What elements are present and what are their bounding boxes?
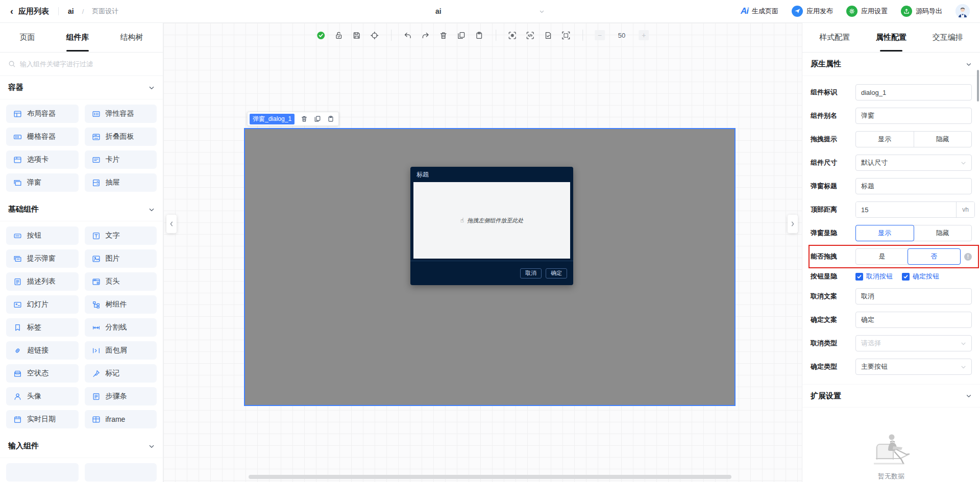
segmented-option[interactable]: 显示: [855, 225, 914, 241]
sidebar-tab-0[interactable]: 页面: [19, 23, 36, 52]
toolbar-divider: [582, 30, 583, 41]
component-item-text[interactable]: 文字: [85, 226, 157, 245]
selection-copy-button[interactable]: [313, 115, 321, 123]
component-item-carousel[interactable]: 幻灯片: [6, 295, 79, 314]
component-item-card[interactable]: 卡片: [85, 150, 157, 169]
toolbar-redo-button[interactable]: [421, 31, 430, 40]
inspector-tab-0[interactable]: 样式配置: [818, 23, 851, 52]
toolbar-unlock-button[interactable]: [334, 31, 344, 40]
component-item-layout-container[interactable]: 布局容器: [6, 105, 79, 123]
search-input[interactable]: [20, 60, 155, 68]
component-item-live-date[interactable]: 实时日期: [6, 410, 79, 428]
field-input[interactable]: [855, 312, 972, 328]
component-item-drawer[interactable]: 抽屉: [85, 173, 157, 192]
component-item-clipped[interactable]: [6, 463, 79, 481]
field-segmented: 显示隐藏: [855, 225, 972, 241]
component-item-page-header[interactable]: 页头: [85, 272, 157, 291]
field-input[interactable]: [855, 108, 972, 124]
zoom-out-button[interactable]: −: [595, 30, 605, 40]
component-item-flex-container[interactable]: 弹性容器: [85, 105, 157, 123]
native-props-section-header[interactable]: 原生属性: [802, 53, 980, 76]
dialog-drop-zone[interactable]: ☝ 拖拽左侧组件放至此处: [413, 182, 570, 259]
component-item-divider-line[interactable]: 分割线: [85, 318, 157, 337]
field-select[interactable]: 主要按钮: [855, 359, 972, 375]
collapse-left-handle[interactable]: [166, 215, 177, 233]
field-input[interactable]: [856, 202, 956, 217]
toolbar-doc-check-button[interactable]: [544, 31, 553, 40]
user-avatar[interactable]: [955, 4, 970, 18]
field-input[interactable]: [855, 178, 972, 194]
back-chevron-icon[interactable]: ‹: [10, 7, 13, 16]
component-item-clipped[interactable]: [85, 463, 157, 481]
inspector-tab-2[interactable]: 交互编排: [932, 23, 964, 52]
field-input[interactable]: [855, 288, 972, 305]
component-item-tabs-card[interactable]: 选项卡: [6, 150, 79, 169]
component-item-dialog[interactable]: 弹窗: [6, 173, 79, 192]
dialog-confirm-button[interactable]: 确定: [546, 268, 567, 278]
segmented-option[interactable]: 隐藏: [914, 132, 972, 147]
toolbar-paste-button[interactable]: [475, 31, 484, 40]
component-item-label: 图片: [106, 254, 120, 263]
info-icon[interactable]: !: [964, 253, 972, 261]
toolbar-undo-button[interactable]: [403, 31, 412, 40]
component-item-avatar[interactable]: 头像: [6, 387, 79, 405]
dialog-preview[interactable]: 标题 ☝ 拖拽左侧组件放至此处 取消 确定: [410, 167, 573, 285]
segmented-option[interactable]: 是: [856, 249, 908, 264]
field-select[interactable]: 请选择: [855, 335, 972, 351]
vertical-scrollbar-thumb[interactable]: [977, 70, 979, 102]
toolbar-copy-button[interactable]: [457, 31, 466, 40]
component-item-image[interactable]: 图片: [85, 249, 157, 268]
sidebar-section-header[interactable]: 基础组件: [0, 198, 163, 221]
toolbar-artboard-button[interactable]: [561, 31, 571, 40]
toolbar-status-check-button[interactable]: [316, 31, 326, 40]
design-canvas[interactable]: −50+ 标题 ☝ 拖拽左侧组件放至此处 取消 确定 弹窗_dialog_1: [163, 23, 802, 482]
sidebar-section-header[interactable]: 容器: [0, 76, 163, 99]
toolbar-save-button[interactable]: [352, 31, 361, 40]
page-select[interactable]: ai: [421, 7, 559, 15]
checkbox-item[interactable]: 确定按钮: [902, 272, 939, 281]
sidebar-tab-2[interactable]: 结构树: [119, 23, 144, 52]
back-label[interactable]: 应用列表: [18, 7, 49, 16]
header-action-ai-logo[interactable]: Ai生成页面: [741, 6, 778, 16]
component-item-label: 树组件: [106, 300, 127, 309]
component-item-collapse-panel[interactable]: 折叠面板: [85, 128, 157, 146]
component-item-grid-container[interactable]: 栅格容器: [6, 128, 79, 146]
component-item-iframe[interactable]: iframe: [85, 410, 157, 428]
selection-paste-button[interactable]: [327, 115, 334, 123]
field-input[interactable]: [855, 84, 972, 100]
component-item-hyperlink[interactable]: 超链接: [6, 341, 79, 360]
toolbar-code-scan-button[interactable]: [526, 31, 535, 40]
field-row: 确定类型主要按钮: [811, 359, 972, 375]
component-item-tag[interactable]: 标签: [6, 318, 79, 337]
toolbar-locate-button[interactable]: [370, 31, 379, 40]
selection-trash-button[interactable]: [300, 115, 308, 123]
header-action-settings-gear[interactable]: 应用设置: [846, 6, 888, 17]
field-select[interactable]: 默认尺寸: [855, 155, 972, 171]
segmented-option[interactable]: 否: [908, 248, 961, 265]
component-item-marker[interactable]: 标记: [85, 364, 157, 383]
dialog-cancel-button[interactable]: 取消: [520, 268, 542, 278]
component-item-tree[interactable]: 树组件: [85, 295, 157, 314]
header-action-publish-plane[interactable]: 应用发布: [792, 6, 833, 17]
collapse-right-handle[interactable]: [788, 215, 798, 233]
horizontal-scrollbar[interactable]: [249, 475, 731, 479]
component-item-button[interactable]: 按钮: [6, 226, 79, 245]
component-item-description-list[interactable]: 描述列表: [6, 272, 79, 291]
extend-settings-section-header[interactable]: 扩展设置: [802, 384, 980, 408]
segmented-option[interactable]: 隐藏: [914, 225, 972, 241]
segmented-option[interactable]: 显示: [856, 132, 914, 147]
toolbar-trash-button[interactable]: [439, 31, 448, 40]
component-item-steps[interactable]: 步骤条: [85, 387, 157, 405]
checkbox-item[interactable]: 取消按钮: [855, 272, 893, 281]
component-item-empty-state[interactable]: 空状态: [6, 364, 79, 383]
inspector-tab-1[interactable]: 属性配置: [875, 23, 908, 52]
component-item-breadcrumb[interactable]: 面包屑: [85, 341, 157, 360]
sidebar-tab-1[interactable]: 组件库: [65, 23, 90, 52]
header-action-export-code[interactable]: 源码导出: [901, 6, 942, 17]
toolbar-preview-scan-button[interactable]: [508, 31, 517, 40]
dialog-mask-component[interactable]: 标题 ☝ 拖拽左侧组件放至此处 取消 确定: [244, 128, 736, 406]
checkbox-label: 确定按钮: [913, 272, 939, 281]
sidebar-section-header[interactable]: 输入组件: [0, 435, 163, 458]
component-item-alert-dialog[interactable]: 提示弹窗: [6, 249, 79, 268]
zoom-in-button[interactable]: +: [639, 30, 649, 40]
